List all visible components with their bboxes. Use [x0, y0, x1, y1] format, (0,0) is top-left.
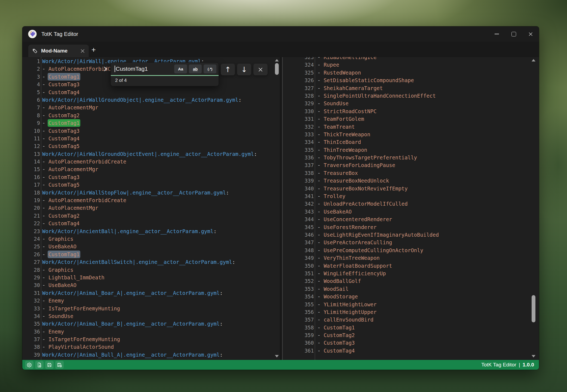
code-line[interactable]: 21- CustomTag2 [22, 212, 280, 220]
pane-splitter[interactable] [280, 57, 283, 360]
code-line[interactable]: 345- UseForestRenderer [283, 223, 539, 231]
code-line[interactable]: 329- SoundUse [283, 100, 539, 107]
code-line[interactable]: 336- TobyThrowsTargetPreferentially [283, 154, 539, 161]
code-line[interactable]: 19- AutoPlacementForbidCreate [22, 196, 280, 204]
regex-toggle[interactable]: (.*) [204, 64, 216, 73]
code-line[interactable]: 333- ThickTreeWeapon [283, 131, 539, 138]
right-scrollbar[interactable] [531, 57, 536, 360]
code-line[interactable]: 351- WingLifeEfficiencyUp [283, 270, 539, 277]
code-line[interactable]: 344- UseConcenteredRenderer [283, 215, 539, 223]
search-expand-button[interactable] [102, 65, 109, 73]
code-line[interactable]: 25- UseBakeAO [22, 243, 280, 250]
search-input[interactable]: CustomTag1 Aa ab (.*) [111, 63, 219, 76]
code-line[interactable]: 32- Enemy [22, 297, 280, 304]
code-line[interactable]: 348- UsePreComputedCullingOnActorOnly [283, 246, 539, 254]
whole-word-toggle[interactable]: ab [189, 64, 202, 73]
code-line[interactable]: 15- AutoPlacementMgr [22, 165, 280, 173]
editor-pane-right[interactable]: 323- RidableMeltingIce324- Rupee325- Rus… [283, 57, 539, 360]
scroll-up-arrow[interactable] [532, 59, 535, 61]
code-line[interactable]: 33- IsTargetForEnemyHunting [22, 305, 280, 312]
code-line[interactable]: 9- CustomTag1 [22, 119, 280, 127]
code-line[interactable]: 18Work/Actor/|AirWallStopFlow|.engine__a… [22, 189, 280, 196]
code-line[interactable]: 334- ThinIceBoard [283, 138, 539, 146]
search-close-button[interactable] [253, 64, 268, 75]
find-next-button[interactable]: ↓ [237, 64, 251, 75]
minimize-button[interactable] [488, 26, 505, 42]
code-line[interactable]: 20- AutoPlacementMgr [22, 204, 280, 212]
code-line[interactable]: 356- YLimitHeightUpper [283, 308, 539, 316]
code-line[interactable]: 7- AutoPlacementMgr [22, 104, 280, 111]
code-line[interactable]: 354- WoodStorage [283, 293, 539, 300]
code-line[interactable]: 34- SoundUse [22, 312, 280, 320]
code-line[interactable]: 328- SinglePointUltraHandConnectionEffec… [283, 92, 539, 100]
code-line[interactable]: 39Work/Actor/|Animal_Bull_A|.engine__act… [22, 351, 280, 359]
scrollbar-thumb[interactable] [532, 295, 535, 322]
code-line[interactable]: 347- UsePreActorAreaCulling [283, 239, 539, 246]
code-line[interactable]: 337- TraverseForLoadingPause [283, 161, 539, 169]
tab-close-button[interactable] [79, 48, 85, 54]
code-line[interactable]: 349- VeryThinTreeWeapon [283, 254, 539, 262]
code-line[interactable]: 28- Graphics [22, 266, 280, 274]
code-line[interactable]: 30- UseBakeAO [22, 281, 280, 289]
code-line[interactable]: 8- CustomTag2 [22, 112, 280, 119]
new-tab-button[interactable]: + [89, 45, 99, 55]
code-line[interactable]: 359- CustomTag2 [283, 331, 539, 339]
code-line[interactable]: 352- WoodBallGolf [283, 277, 539, 285]
scroll-down-arrow[interactable] [275, 355, 279, 357]
code-line[interactable]: 346- UseLightRigEvenIfImaginaryAutoBuild… [283, 231, 539, 239]
code-line[interactable]: 37- IsTargetForEnemyHunting [22, 335, 280, 343]
code-line[interactable]: 324- Rupee [283, 61, 539, 69]
code-line[interactable]: 16- CustomTag3 [22, 173, 280, 181]
code-line[interactable]: 331- TeamFortGolem [283, 115, 539, 123]
code-line[interactable]: 24- Graphics [22, 235, 280, 243]
code-line[interactable]: 6Work/Actor/|AirWallGroundObject|.engine… [22, 96, 280, 104]
match-case-toggle[interactable]: Aa [174, 64, 187, 73]
scroll-up-arrow[interactable] [275, 59, 279, 61]
code-line[interactable]: 14- AutoPlacementForbidCreate [22, 158, 280, 165]
code-line[interactable]: 330- StrictRoadCostNPC [283, 107, 539, 115]
editor-pane-left[interactable]: 1Work/Actor/|AirWall|.engine__actor__Act… [22, 57, 280, 360]
scrollbar-thumb[interactable] [275, 63, 279, 75]
code-line[interactable]: 5- CustomTag4 [22, 88, 280, 96]
code-line[interactable]: 38- PlayVirtualActorSound [22, 343, 280, 351]
code-line[interactable]: 13Work/Actor/|AirWallGroundObjectEvent|.… [22, 150, 280, 158]
code-line[interactable]: 341- Trolley [283, 192, 539, 200]
code-line[interactable]: 27Work/Actor/|AncientBallSwitch|.engine_… [22, 258, 280, 266]
code-line[interactable]: 340- TreasureBoxNotReviveIfEmpty [283, 185, 539, 192]
code-line[interactable]: 36- Enemy [22, 328, 280, 335]
find-previous-button[interactable]: ↑ [221, 64, 235, 75]
code-line[interactable]: 332- TeamTreant [283, 123, 539, 131]
maximize-button[interactable] [505, 26, 522, 42]
code-line[interactable]: 360- CustomTag3 [283, 339, 539, 347]
code-line[interactable]: 26- CustomTag1 [22, 251, 280, 258]
tab-mod-name[interactable]: Mod-Name [28, 45, 89, 57]
save-as-button[interactable] [55, 361, 64, 369]
code-line[interactable]: 12- CustomTag5 [22, 142, 280, 150]
code-line[interactable]: 10- CustomTag3 [22, 127, 280, 135]
code-line[interactable]: 22- CustomTag4 [22, 220, 280, 227]
settings-button[interactable] [25, 361, 33, 369]
code-line[interactable]: 11- CustomTag4 [22, 135, 280, 142]
scroll-down-arrow[interactable] [532, 355, 535, 357]
code-line[interactable]: 358- CustomTag1 [283, 324, 539, 331]
code-line[interactable]: 327- SheikahCameraTarget [283, 84, 539, 92]
close-button[interactable] [522, 26, 539, 42]
code-line[interactable]: 338- TreasureBox [283, 169, 539, 177]
left-scrollbar[interactable] [274, 57, 280, 360]
code-line[interactable]: 361- CustomTag4 [283, 347, 539, 354]
code-line[interactable]: 339- TreasureBoxNeedUnlock [283, 177, 539, 184]
code-line[interactable]: 350- WaterFloatBoardSupport [283, 262, 539, 270]
code-line[interactable]: 31Work/Actor/|Animal_Boar_A|.engine__act… [22, 289, 280, 297]
code-line[interactable]: 23Work/Actor/|AncientBall|.engine__actor… [22, 227, 280, 235]
code-line[interactable]: 353- WoodSail [283, 285, 539, 293]
code-line[interactable]: 335- ThinTreeWeapon [283, 146, 539, 154]
code-line[interactable]: 355- YLimitHeightLower [283, 301, 539, 308]
save-button[interactable] [45, 361, 54, 369]
code-line[interactable]: 35Work/Actor/|Animal_Boar_B|.engine__act… [22, 320, 280, 328]
code-line[interactable]: 29- Lightball_ImmDeath [22, 274, 280, 281]
code-line[interactable]: 17- CustomTag5 [22, 181, 280, 189]
code-line[interactable]: 343- UseBakeAO [283, 208, 539, 215]
code-line[interactable]: 326- SetDisableStaticCompoundShape [283, 76, 539, 84]
code-line[interactable]: 325- RustedWeapon [283, 69, 539, 76]
open-file-button[interactable] [35, 361, 44, 369]
